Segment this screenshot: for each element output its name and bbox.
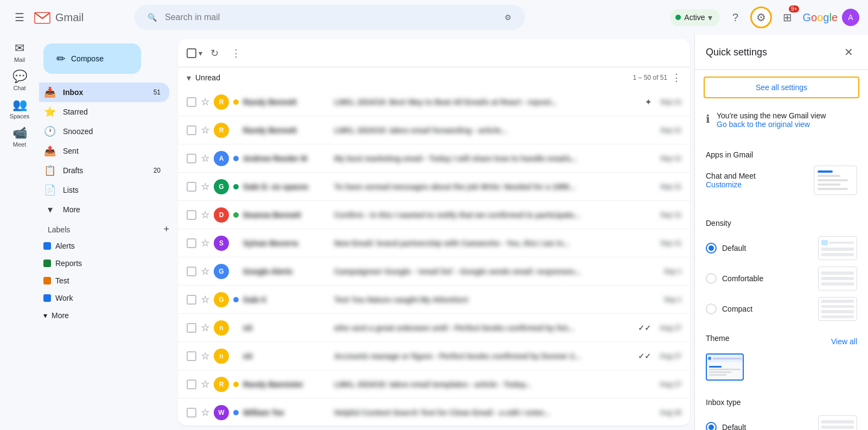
table-row[interactable]: ☆ R Randy Bannister LMKL 2024/19: takes … — [178, 370, 690, 399]
nav-lists-label: Lists — [63, 186, 161, 194]
row-star-icon[interactable]: ☆ — [201, 209, 209, 221]
row-star-icon[interactable]: ☆ — [201, 407, 209, 419]
table-row[interactable]: ☆ R Randy Bennett LMKL 2024/19: Best Way… — [178, 88, 690, 116]
row-date: Sep 1 — [664, 296, 681, 303]
more-toolbar-button[interactable]: ⋮ — [226, 43, 246, 63]
label-item-work[interactable]: Work — [39, 289, 169, 307]
compose-button[interactable]: ✏ Compose — [43, 43, 141, 74]
row-checkbox[interactable] — [187, 97, 196, 107]
row-sender: William Tee — [243, 408, 330, 417]
row-checkbox[interactable] — [187, 154, 196, 163]
label-work-label: Work — [55, 294, 73, 302]
row-checkbox[interactable] — [187, 210, 196, 220]
hamburger-menu[interactable]: ☰ — [9, 7, 30, 28]
section-chevron-icon[interactable]: ▾ — [187, 73, 191, 83]
table-row[interactable]: ☆ n nit Accounts manage or figure - Perf… — [178, 342, 690, 370]
row-icons: ✦ — [645, 98, 652, 106]
table-row[interactable]: ☆ D Deanna Bennett Confirm - in this I w… — [178, 201, 690, 229]
meet-icon: 📹 — [12, 126, 27, 140]
row-star-icon[interactable]: ☆ — [201, 124, 209, 136]
theme-view-all-link[interactable]: View all — [831, 337, 857, 346]
row-star-icon[interactable]: ☆ — [201, 294, 209, 306]
chat-meet-preview — [814, 166, 857, 195]
label-item-more-labels[interactable]: ▾ More — [39, 307, 169, 324]
inbox-default-preview — [818, 415, 857, 430]
nav-item-sent[interactable]: 📤 Sent — [39, 141, 169, 161]
row-avatar-tag: R — [214, 94, 229, 110]
table-row[interactable]: ☆ G Google Alerts Campaigneer Google - '… — [178, 257, 690, 286]
row-star-icon[interactable]: ☆ — [201, 181, 209, 193]
row-status-dot — [233, 269, 239, 274]
table-row[interactable]: ☆ S Sylvan Becerra New Email: brand part… — [178, 229, 690, 257]
sidebar-item-meet[interactable]: 📹 Meet — [3, 124, 36, 150]
search-input[interactable] — [165, 12, 495, 22]
sidebar-item-chat[interactable]: 💬 Chat — [3, 67, 36, 93]
row-checkbox[interactable] — [187, 323, 196, 333]
row-checkbox[interactable] — [187, 295, 196, 305]
density-compact-radio[interactable] — [706, 303, 717, 314]
gmail-m-logo — [33, 8, 52, 27]
row-checkbox[interactable] — [187, 408, 196, 418]
nav-item-starred[interactable]: ⭐ Starred — [39, 102, 169, 122]
chat-and-meet-customize-link[interactable]: Customize — [706, 180, 756, 189]
d-line — [821, 271, 854, 275]
label-item-reports[interactable]: Reports — [39, 255, 169, 272]
refresh-button[interactable]: ↻ — [205, 43, 224, 63]
table-row[interactable]: ☆ A Andrew Reeder III My best marketing … — [178, 144, 690, 173]
table-row[interactable]: ☆ W William Tee Helpful Content Search T… — [178, 399, 690, 426]
row-checkbox[interactable] — [187, 267, 196, 276]
row-checkbox[interactable] — [187, 125, 196, 135]
go-back-link[interactable]: Go back to the original view — [717, 120, 826, 129]
main-layout: ✉ Mail 💬 Chat 👥 Spaces 📹 Meet ✏ Compose … — [0, 35, 868, 430]
sidebar-item-spaces[interactable]: 👥 Spaces — [3, 96, 36, 122]
density-title: Density — [706, 219, 857, 227]
search-filter-icon[interactable]: ⚙ — [499, 9, 516, 26]
nav-item-more[interactable]: ▾ More — [39, 200, 169, 219]
qs-close-button[interactable]: ✕ — [840, 43, 857, 61]
table-row[interactable]: ☆ G Gale II Test You Nature caught My At… — [178, 286, 690, 314]
avatar[interactable]: A — [842, 9, 859, 26]
row-star-icon[interactable]: ☆ — [201, 350, 209, 362]
topbar: ☰ Gmail 🔍 ⚙ Active — [0, 0, 868, 35]
nav-item-lists[interactable]: 📄 Lists — [39, 180, 169, 200]
row-checkbox[interactable] — [187, 182, 196, 192]
row-status-dot — [233, 297, 239, 302]
nav-item-inbox[interactable]: 📥 Inbox 51 — [39, 83, 169, 102]
apps-button[interactable]: ⊞ 9+ — [776, 7, 798, 28]
active-chevron-icon: ▾ — [708, 12, 712, 23]
qs-theme-section: Theme View all — [695, 334, 868, 387]
see-all-settings-button[interactable]: See all settings — [704, 77, 859, 98]
select-dropdown-icon[interactable]: ▾ — [199, 49, 202, 58]
row-checkbox[interactable] — [187, 380, 196, 389]
row-date: Aug 17 — [660, 381, 681, 388]
label-item-test[interactable]: Test — [39, 272, 169, 289]
label-item-alerts[interactable]: Alerts — [39, 237, 169, 255]
row-star-icon[interactable]: ☆ — [201, 96, 209, 108]
support-button[interactable]: ? — [724, 7, 746, 28]
row-star-icon[interactable]: ☆ — [201, 322, 209, 334]
row-star-icon[interactable]: ☆ — [201, 153, 209, 165]
nav-item-snoozed[interactable]: 🕐 Snoozed — [39, 122, 169, 141]
sidebar-item-mail[interactable]: ✉ Mail — [3, 39, 36, 65]
search-icon[interactable]: 🔍 — [143, 9, 161, 26]
select-all-checkbox[interactable] — [187, 48, 196, 58]
row-star-icon[interactable]: ☆ — [201, 378, 209, 390]
lists-icon: 📄 — [43, 184, 56, 196]
density-default-radio[interactable] — [706, 243, 717, 254]
add-label-icon[interactable]: + — [163, 224, 169, 235]
table-row[interactable]: ☆ n nit who sent a great unknown until -… — [178, 314, 690, 342]
section-more-icon[interactable]: ⋮ — [672, 72, 681, 84]
density-comfortable-radio[interactable] — [706, 273, 717, 284]
row-checkbox[interactable] — [187, 351, 196, 361]
table-row[interactable]: ☆ R Randy Bennett LMKL 2024/19: takes em… — [178, 116, 690, 144]
theme-preview-thumbnail[interactable] — [706, 353, 744, 381]
active-status-button[interactable]: Active ▾ — [670, 9, 720, 26]
row-star-icon[interactable]: ☆ — [201, 237, 209, 249]
row-checkbox[interactable] — [187, 238, 196, 248]
row-star-icon[interactable]: ☆ — [201, 265, 209, 277]
nav-item-drafts[interactable]: 📋 Drafts 20 — [39, 161, 169, 180]
settings-button[interactable]: ⚙ — [750, 7, 772, 28]
table-row[interactable]: ☆ G Gale D. no spaces To have unread mes… — [178, 173, 690, 201]
row-date: Sep 11 — [660, 127, 681, 134]
inbox-default-radio[interactable] — [706, 422, 717, 430]
